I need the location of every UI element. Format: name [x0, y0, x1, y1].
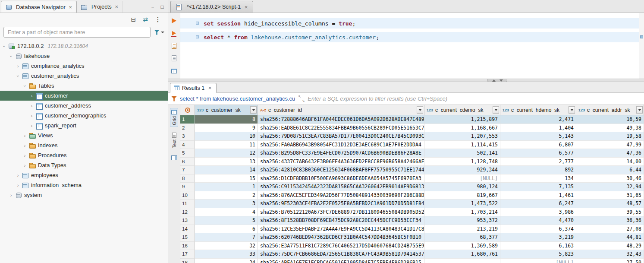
sort-dropdown-icon[interactable]	[417, 106, 423, 114]
tab-projects[interactable]: Projects	[77, 1, 123, 13]
cell[interactable]: sha256:75DC7FCB6686EDA72565C1B838CA7FC43…	[258, 250, 424, 259]
minimize-view-icon[interactable]	[149, 3, 157, 11]
chevron-right-icon[interactable]	[28, 103, 35, 108]
chevron-down-icon[interactable]	[1, 44, 7, 49]
tree-item-lakehouse[interactable]: lakehouse	[0, 51, 168, 61]
cell[interactable]: 47,36	[576, 149, 644, 158]
close-icon[interactable]	[114, 3, 119, 10]
cell[interactable]: 1,369,589	[424, 242, 500, 250]
sql-statement[interactable]: set session hide_inaccessible_columns = …	[180, 18, 639, 29]
cell[interactable]: 19,58	[576, 132, 644, 141]
row-number[interactable]: 7	[180, 166, 195, 174]
cell[interactable]: 36,36	[576, 216, 644, 225]
cell[interactable]: 32,43	[576, 250, 644, 259]
cell[interactable]: 68,377	[424, 233, 500, 242]
cell[interactable]: 14	[195, 166, 258, 174]
cell[interactable]: sha256:B295D8FC337E9E4FECD0725D907ACD6B6…	[258, 149, 424, 158]
cell[interactable]: 27,08	[576, 225, 644, 234]
tree-item-172.18.0.2[interactable]: 172.18.0.2172.18.0.2:31604	[0, 41, 168, 51]
cell[interactable]: 10	[195, 132, 258, 141]
cell[interactable]: 44,81	[576, 233, 644, 242]
cell[interactable]: 502,141	[424, 149, 500, 158]
cell[interactable]: 7,135	[500, 183, 576, 191]
row-number[interactable]: 2	[180, 124, 195, 133]
tab-text-view[interactable]: Text	[171, 131, 178, 149]
cell[interactable]: sha256:8F1528BB708DF69EB475DC92A8C20EC44…	[258, 216, 424, 225]
cell[interactable]: 6,247	[500, 200, 576, 208]
column-header-c_customer_id[interactable]: A-zc_customer_id	[258, 105, 424, 115]
cell[interactable]: [NULL]	[500, 259, 576, 263]
sort-dropdown-icon[interactable]	[493, 106, 499, 114]
execute-new-tab-button[interactable]	[170, 29, 179, 37]
tree-item-compliance-analytics[interactable]: compliance_analytics	[0, 61, 168, 71]
cell[interactable]: 819,667	[424, 191, 500, 200]
view-menu-icon[interactable]	[155, 16, 161, 23]
cell[interactable]: 12	[195, 149, 258, 158]
tab-results-1[interactable]: Results 1	[170, 83, 217, 93]
cell[interactable]: 1,168,667	[424, 124, 500, 133]
tree-item-information-schema[interactable]: information_schema	[0, 180, 168, 190]
cell[interactable]: sha256:FA0ABB6943B98054FC31D12D3E3AEC689…	[258, 141, 424, 149]
column-header-c_customer_sk[interactable]: 123c_customer_sk	[195, 105, 258, 115]
cell[interactable]: [NULL]	[424, 174, 500, 183]
editor-results-splitter[interactable]	[168, 79, 644, 82]
cell[interactable]: 16,59	[576, 115, 644, 124]
tree-item-views[interactable]: Views	[0, 130, 168, 140]
chevron-right-icon[interactable]	[15, 173, 21, 178]
cell[interactable]: 6	[195, 225, 258, 234]
row-number[interactable]: 4	[180, 141, 195, 149]
cell[interactable]: 3,219	[500, 233, 576, 242]
cell[interactable]: 1,215,897	[424, 115, 500, 124]
overview-ruler[interactable]	[639, 13, 644, 79]
close-icon[interactable]	[243, 4, 249, 10]
row-number[interactable]: 3	[180, 132, 195, 141]
cell[interactable]: 31,65	[576, 191, 644, 200]
row-number[interactable]: 15	[180, 233, 195, 242]
chevron-right-icon[interactable]	[22, 133, 28, 138]
close-icon[interactable]	[207, 85, 213, 91]
show-grid-panel-button[interactable]	[170, 67, 179, 75]
cell[interactable]: 980,124	[424, 183, 500, 191]
execute-statement-button[interactable]	[170, 17, 179, 25]
cell[interactable]: 15	[195, 174, 258, 183]
chevron-right-icon[interactable]	[15, 63, 21, 69]
cell[interactable]: sha256:42810C83B0360CE125634F068BAF8FF75…	[258, 166, 424, 174]
tree-item-customer-analytics[interactable]: customer_analytics	[0, 71, 168, 81]
cell[interactable]: 6,163	[500, 242, 576, 250]
cell[interactable]: 929,344	[424, 166, 500, 174]
cell[interactable]: sha256:EAD8E61C8C22E555834FBBA9B60556CB2…	[258, 124, 424, 133]
row-number[interactable]: 18	[180, 259, 195, 263]
cell[interactable]: 32	[195, 242, 258, 250]
cell[interactable]: 5	[195, 216, 258, 225]
cell[interactable]: 9	[195, 124, 258, 133]
cell[interactable]: 1,128,748	[424, 158, 500, 166]
cell[interactable]: 213,219	[424, 225, 500, 234]
tree-item-customer-demographics[interactable]: customer_demographics	[0, 111, 168, 120]
cell[interactable]: 6,577	[500, 149, 576, 158]
tree-item-employees[interactable]: employees	[0, 170, 168, 180]
filter-input-placeholder[interactable]: Enter a SQL expression to filter results…	[308, 95, 447, 102]
row-number[interactable]: 17	[180, 250, 195, 259]
cell[interactable]: 8	[195, 115, 258, 124]
cell[interactable]: 14,00	[576, 158, 644, 166]
cell[interactable]: sha256:4337C7AB6432E3B06FF4A3636FD2F8CC8…	[258, 158, 424, 166]
chevron-down-icon[interactable]	[8, 54, 14, 59]
row-number[interactable]: 10	[180, 191, 195, 200]
explain-plan-button[interactable]	[170, 54, 179, 62]
chevron-down-icon[interactable]	[15, 73, 21, 79]
cell[interactable]	[424, 259, 500, 263]
cell[interactable]: 7	[195, 233, 258, 242]
cell[interactable]: 6,374	[500, 225, 576, 234]
chevron-down-icon[interactable]	[22, 83, 28, 89]
row-number[interactable]: 13	[180, 216, 195, 225]
cell[interactable]: 1,461	[500, 191, 576, 200]
row-number[interactable]: 9	[180, 183, 195, 191]
chevron-right-icon[interactable]	[8, 193, 14, 198]
chevron-right-icon[interactable]	[28, 93, 35, 98]
cell[interactable]: sha256:E3A77511F81C7289C76C4065217D5D406…	[258, 242, 424, 250]
cell[interactable]: sha256:620746BED947362BCD6CF31B0A4C547DD…	[258, 233, 424, 242]
cell[interactable]: 953,372	[424, 216, 500, 225]
tree-item-customer[interactable]: customer	[0, 91, 168, 101]
cell[interactable]: 34	[195, 259, 258, 263]
cell[interactable]: sha256:72888646ABF61FA044EDEC061D6DA5A09…	[258, 115, 424, 124]
